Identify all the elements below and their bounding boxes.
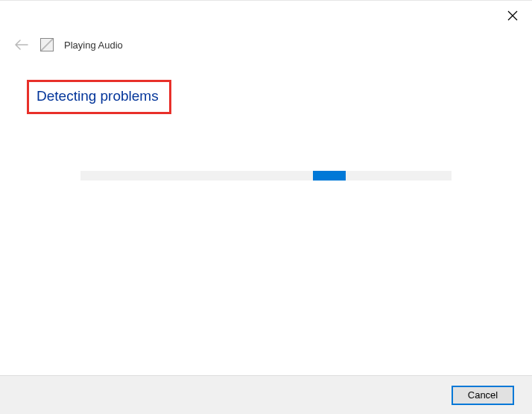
close-button[interactable] xyxy=(507,10,519,22)
cancel-button[interactable]: Cancel xyxy=(452,386,514,405)
titlebar xyxy=(0,1,532,29)
content-area: Detecting problems xyxy=(0,53,532,181)
footer: Cancel xyxy=(0,375,532,414)
troubleshooter-icon xyxy=(40,38,54,51)
back-button[interactable] xyxy=(13,37,30,53)
close-icon xyxy=(507,10,518,21)
progress-bar xyxy=(80,171,452,181)
progress-area xyxy=(31,171,501,181)
progress-indicator xyxy=(313,171,346,181)
header: Playing Audio xyxy=(0,29,532,53)
heading-highlight: Detecting problems xyxy=(27,80,171,114)
window-title: Playing Audio xyxy=(64,40,123,51)
troubleshooter-window: Playing Audio Detecting problems Cancel xyxy=(0,0,532,414)
status-heading: Detecting problems xyxy=(37,88,159,104)
back-arrow-icon xyxy=(15,40,28,50)
